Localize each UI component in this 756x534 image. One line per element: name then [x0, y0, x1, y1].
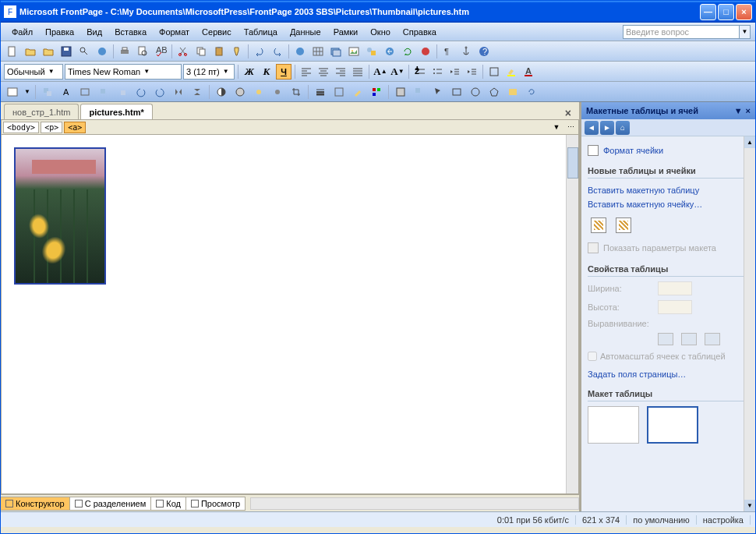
highlight-button[interactable] — [503, 64, 519, 80]
nav-forward-button[interactable]: ► — [600, 121, 614, 135]
menu-window[interactable]: Окно — [364, 26, 397, 38]
web-component-button[interactable] — [291, 43, 309, 60]
crumb-body[interactable]: <body> — [3, 122, 39, 133]
insert-table-button[interactable] — [309, 43, 327, 60]
color-button[interactable] — [368, 83, 385, 101]
anchor-button[interactable] — [457, 43, 475, 60]
redo-button[interactable] — [269, 43, 286, 60]
resample-button[interactable] — [411, 83, 428, 101]
menu-edit[interactable]: Правка — [39, 26, 80, 38]
menu-table[interactable]: Таблица — [238, 26, 284, 38]
view-tab-code[interactable]: Код — [150, 497, 186, 511]
justify-button[interactable] — [350, 64, 366, 80]
drawing-button[interactable] — [363, 43, 380, 60]
menu-help[interactable]: Справка — [397, 26, 443, 38]
spellcheck-button[interactable]: AB — [152, 43, 169, 60]
restore-button[interactable] — [523, 83, 540, 101]
menu-frames[interactable]: Рамки — [327, 26, 365, 38]
select-button[interactable] — [429, 83, 447, 101]
copy-button[interactable] — [193, 43, 210, 60]
format-picture-button[interactable] — [330, 83, 348, 101]
maximize-button[interactable]: □ — [718, 4, 734, 20]
taskpane-close-button[interactable]: × — [746, 106, 751, 115]
rotate-right-button[interactable] — [151, 83, 168, 101]
help-search-dropdown[interactable]: ▼ — [740, 25, 751, 39]
bold-button[interactable]: Ж — [242, 64, 257, 80]
layout-tool-1-button[interactable] — [591, 217, 606, 233]
font-color-button[interactable]: A — [521, 64, 536, 80]
font-decrease-button[interactable]: A▼ — [390, 64, 405, 80]
paste-button[interactable] — [210, 43, 228, 60]
layout-tool-2-button[interactable] — [616, 217, 631, 233]
crumb-p[interactable]: <p> — [41, 122, 62, 133]
nav-back-button[interactable]: ◄ — [585, 121, 599, 135]
vertical-scrollbar[interactable] — [566, 135, 578, 493]
document-tab-active[interactable]: pictures.htm* — [80, 104, 152, 119]
save-button[interactable] — [58, 43, 75, 60]
rectangle-hotspot-button[interactable] — [448, 83, 465, 101]
text-button[interactable]: A — [58, 83, 75, 101]
send-backward-button[interactable] — [114, 83, 131, 101]
format-cell-link[interactable]: Формат ячейки — [588, 143, 749, 158]
help-search-input[interactable]: Введите вопрос — [623, 25, 740, 39]
align-left-button[interactable] — [299, 64, 314, 80]
less-brightness-button[interactable] — [269, 83, 286, 101]
insert-picture-button[interactable] — [345, 43, 362, 60]
new-button[interactable] — [4, 43, 21, 60]
auto-thumbnail-button[interactable] — [39, 83, 56, 101]
highlight-hotspots-button[interactable] — [504, 83, 521, 101]
menu-view[interactable]: Вид — [80, 26, 108, 38]
nav-home-button[interactable]: ⌂ — [616, 121, 630, 135]
crumb-a[interactable]: <a> — [64, 122, 86, 133]
insert-layout-table-link[interactable]: Вставить макетную таблицу — [588, 183, 749, 197]
decrease-indent-button[interactable] — [447, 64, 462, 80]
bulleted-list-button[interactable] — [429, 64, 445, 80]
scroll-up-button[interactable]: ▲ — [744, 136, 755, 148]
open-button[interactable] — [22, 43, 39, 60]
numbered-list-button[interactable]: 12 — [412, 64, 428, 80]
paragraph-marks-button[interactable]: ¶ — [440, 43, 457, 60]
print-button[interactable] — [116, 43, 133, 60]
crop-button[interactable] — [288, 83, 305, 101]
set-page-margins-link[interactable]: Задать поля страницы… — [588, 367, 749, 381]
set-transparent-button[interactable] — [349, 83, 366, 101]
underline-button[interactable]: Ч — [276, 64, 291, 80]
taskpane-dropdown-button[interactable]: ▼ — [734, 106, 743, 115]
more-brightness-button[interactable] — [250, 83, 267, 101]
publish-button[interactable] — [94, 43, 111, 60]
font-combo[interactable]: Times New Roman▼ — [65, 64, 182, 80]
menu-insert[interactable]: Вставка — [108, 26, 153, 38]
editor-pane[interactable] — [1, 135, 579, 494]
line-style-button[interactable] — [312, 83, 329, 101]
status-custom[interactable]: настройка — [697, 515, 751, 525]
insert-image-button[interactable] — [4, 83, 21, 101]
position-button[interactable] — [76, 83, 94, 101]
status-mode[interactable]: по умолчанию — [627, 515, 696, 525]
increase-indent-button[interactable] — [464, 64, 479, 80]
cut-button[interactable] — [175, 43, 192, 60]
close-document-button[interactable]: × — [565, 107, 571, 119]
document-tab[interactable]: нов_стр_1.htm — [4, 104, 79, 119]
close-button[interactable] — [40, 43, 57, 60]
menu-format[interactable]: Формат — [153, 26, 196, 38]
flip-h-button[interactable] — [170, 83, 187, 101]
less-contrast-button[interactable] — [231, 83, 249, 101]
view-tab-split[interactable]: С разделением — [69, 497, 152, 511]
rotate-left-button[interactable] — [132, 83, 150, 101]
hyperlink-button[interactable] — [381, 43, 398, 60]
horizontal-scrollbar[interactable] — [250, 497, 579, 510]
menu-data[interactable]: Данные — [284, 26, 327, 38]
view-tab-design[interactable]: Конструктор — [0, 497, 70, 511]
polygon-hotspot-button[interactable] — [486, 83, 503, 101]
style-combo[interactable]: Обычный▼ — [4, 64, 63, 80]
flip-v-button[interactable] — [189, 83, 206, 101]
insert-layout-cell-link[interactable]: Вставить макетную ячейку… — [588, 197, 749, 211]
more-contrast-button[interactable] — [213, 83, 230, 101]
size-combo[interactable]: 3 (12 пт)▼ — [183, 64, 235, 80]
view-tab-preview[interactable]: Просмотр — [185, 497, 246, 511]
format-painter-button[interactable] — [228, 43, 246, 60]
layout-preset-1[interactable] — [588, 406, 639, 444]
align-center-button[interactable] — [316, 64, 331, 80]
menu-file[interactable]: Файл — [5, 26, 39, 38]
thumbnail-image[interactable] — [14, 147, 106, 285]
